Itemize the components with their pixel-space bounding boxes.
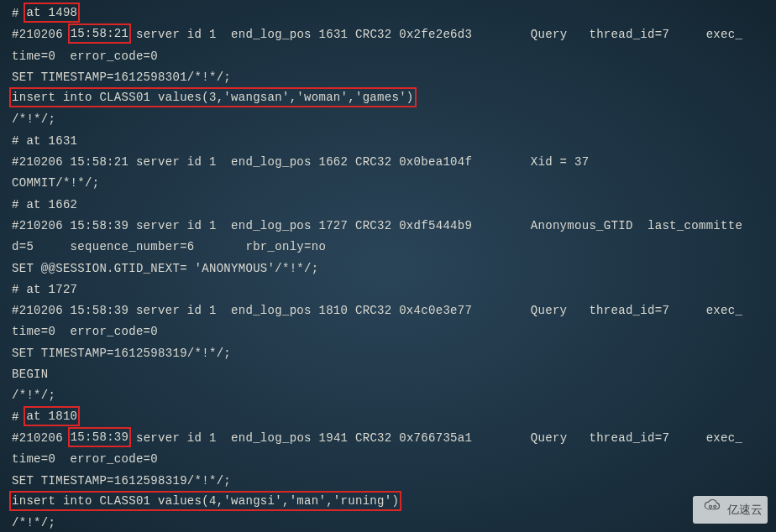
log-line: # at 1727	[12, 279, 764, 300]
log-line: #210206 15:58:39 server id 1 end_log_pos…	[12, 300, 764, 321]
log-line: insert into CLASS01 values(3,'wangsan','…	[12, 88, 764, 109]
log-line: time=0 error_code=0	[12, 449, 764, 470]
log-line: SET TIMESTAMP=1612598319/*!*/;	[12, 343, 764, 364]
highlight-time-1: 15:58:21	[68, 23, 132, 44]
log-line: time=0 error_code=0	[12, 46, 764, 67]
log-line: d=5 sequence_number=6 rbr_only=no	[12, 237, 764, 258]
log-line: time=0 error_code=0	[12, 321, 764, 342]
log-line: # at 1662	[12, 195, 764, 216]
log-line: insert into CLASS01 values(4,'wangsi','m…	[12, 492, 764, 513]
log-line: /*!*/;	[12, 513, 764, 532]
highlight-insert-1: insert into CLASS01 values(3,'wangsan','…	[9, 87, 417, 107]
log-line: SET TIMESTAMP=1612598319/*!*/;	[12, 471, 764, 492]
log-line: # at 1810	[12, 407, 764, 428]
cloud-icon	[698, 498, 723, 521]
log-line: # at 1631	[12, 131, 764, 152]
highlight-insert-2: insert into CLASS01 values(4,'wangsi','m…	[9, 491, 401, 511]
log-line: #210206 15:58:21 server id 1 end_log_pos…	[12, 24, 764, 45]
log-line: BEGIN	[12, 364, 764, 385]
log-line: SET TIMESTAMP=1612598301/*!*/;	[12, 67, 764, 88]
log-line: /*!*/;	[12, 109, 764, 130]
highlight-time-2: 15:58:39	[68, 427, 132, 447]
watermark: 亿速云	[693, 496, 768, 524]
log-line: SET @@SESSION.GTID_NEXT= 'ANONYMOUS'/*!*…	[12, 258, 764, 279]
log-line: #210206 15:58:39 server id 1 end_log_pos…	[12, 428, 764, 449]
log-line: # at 1498	[12, 3, 764, 24]
log-line: /*!*/;	[12, 385, 764, 406]
highlight-position-1498: at 1498	[24, 3, 80, 23]
log-line: #210206 15:58:39 server id 1 end_log_pos…	[12, 216, 764, 237]
highlight-position-1810: at 1810	[24, 406, 80, 426]
log-line: #210206 15:58:21 server id 1 end_log_pos…	[12, 152, 764, 173]
log-line: COMMIT/*!*/;	[12, 173, 764, 194]
watermark-text: 亿速云	[727, 499, 763, 520]
